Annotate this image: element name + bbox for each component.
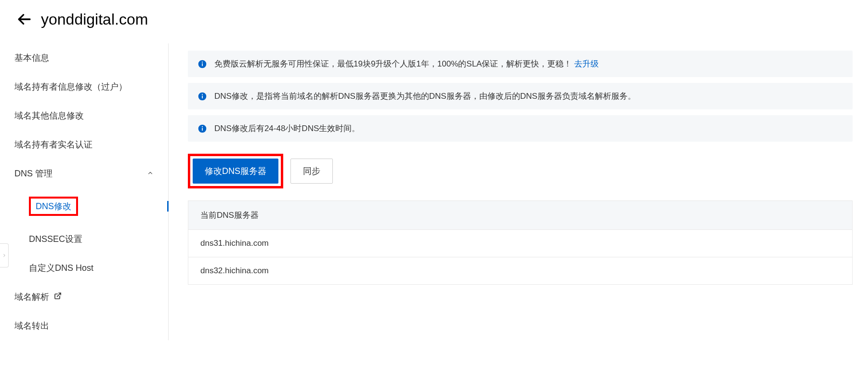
sidebar-item-other-modify[interactable]: 域名其他信息修改 <box>14 101 168 130</box>
info-icon <box>197 124 207 133</box>
sidebar-item-label: DNS 管理 <box>14 168 53 179</box>
sidebar-item-label: DNSSEC设置 <box>29 234 82 244</box>
svg-rect-9 <box>202 128 203 131</box>
upgrade-link[interactable]: 去升级 <box>574 58 599 69</box>
sidebar-item-label: DNS修改 <box>29 197 78 216</box>
svg-point-4 <box>202 61 203 62</box>
page-title: yonddigital.com <box>41 11 148 28</box>
modify-dns-button[interactable]: 修改DNS服务器 <box>193 159 278 184</box>
sidebar-item-label: 自定义DNS Host <box>29 263 93 273</box>
sidebar-item-owner-modify[interactable]: 域名持有者信息修改（过户） <box>14 72 168 101</box>
info-text: 免费版云解析无服务可用性保证，最低19块9升级个人版1年，100%的SLA保证，… <box>214 58 572 69</box>
info-icon <box>197 92 207 101</box>
info-text: DNS修改后有24-48小时DNS生效时间。 <box>214 123 360 134</box>
sync-button[interactable]: 同步 <box>290 159 333 184</box>
sidebar-item-label: 域名转出 <box>14 320 49 332</box>
side-tab-toggle[interactable] <box>0 243 9 267</box>
svg-line-1 <box>57 293 61 296</box>
highlight-box: 修改DNS服务器 <box>188 154 283 188</box>
sidebar-subitem-dns-modify[interactable]: DNS修改 <box>14 188 168 225</box>
back-button[interactable] <box>14 10 34 29</box>
chevron-up-icon <box>147 169 154 179</box>
svg-point-7 <box>202 93 203 94</box>
sidebar-subitem-custom-dns[interactable]: 自定义DNS Host <box>14 253 168 282</box>
info-banner-upgrade: 免费版云解析无服务可用性保证，最低19块9升级个人版1年，100%的SLA保证，… <box>188 51 853 77</box>
info-text: DNS修改，是指将当前域名的解析DNS服务器更换为其他的DNS服务器，由修改后的… <box>214 91 636 102</box>
sidebar-item-label: 域名其他信息修改 <box>14 110 84 121</box>
external-link-icon <box>54 292 62 302</box>
sidebar-item-domain-transfer[interactable]: 域名转出 <box>14 311 168 340</box>
main-content: 免费版云解析无服务可用性保证，最低19块9升级个人版1年，100%的SLA保证，… <box>169 43 853 340</box>
table-header: 当前DNS服务器 <box>188 201 852 230</box>
info-banner-dns-explain: DNS修改，是指将当前域名的解析DNS服务器更换为其他的DNS服务器，由修改后的… <box>188 83 853 109</box>
info-banner-dns-time: DNS修改后有24-48小时DNS生效时间。 <box>188 115 853 142</box>
sidebar-item-basic-info[interactable]: 基本信息 <box>14 43 168 72</box>
table-row: dns31.hichina.com <box>188 230 852 257</box>
sidebar-item-label: 域名持有者实名认证 <box>14 139 92 150</box>
sidebar-item-label: 域名解析 <box>14 291 62 303</box>
svg-rect-6 <box>202 95 203 98</box>
sidebar: 基本信息 域名持有者信息修改（过户） 域名其他信息修改 域名持有者实名认证 DN… <box>0 43 169 340</box>
info-icon <box>197 59 207 69</box>
sidebar-item-label: 域名持有者信息修改（过户） <box>14 81 127 93</box>
table-row: dns32.hichina.com <box>188 257 852 284</box>
svg-point-10 <box>202 126 203 127</box>
svg-rect-3 <box>202 63 203 66</box>
sidebar-item-dns-manage[interactable]: DNS 管理 <box>14 159 168 188</box>
sidebar-item-domain-resolve[interactable]: 域名解析 <box>14 282 168 311</box>
sidebar-subitem-dnssec[interactable]: DNSSEC设置 <box>14 225 168 253</box>
dns-server-table: 当前DNS服务器 dns31.hichina.com dns32.hichina… <box>188 200 853 285</box>
sidebar-item-label: 基本信息 <box>14 52 49 64</box>
button-row: 修改DNS服务器 同步 <box>188 154 853 188</box>
sidebar-item-owner-verify[interactable]: 域名持有者实名认证 <box>14 130 168 159</box>
